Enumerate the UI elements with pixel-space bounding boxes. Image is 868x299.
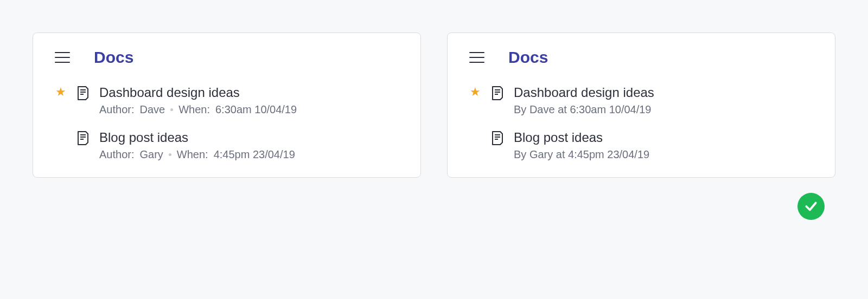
document-icon <box>75 130 91 145</box>
doc-row[interactable]: ★ Dashboard design ideas Author: Dave Wh… <box>55 85 399 116</box>
panel-title: Docs <box>94 48 133 67</box>
document-icon <box>490 85 505 100</box>
when-value: 6:30am 10/04/19 <box>215 103 297 116</box>
when-label: When: <box>177 148 208 161</box>
when-value: 4:45pm 23/04/19 <box>214 148 295 161</box>
doc-title: Dashboard design ideas <box>514 85 813 100</box>
docs-panel-concise: Docs ★ Dashboard design ideas By Dave at… <box>447 32 835 178</box>
separator-dot <box>170 108 173 111</box>
docs-panel-verbose: Docs ★ Dashboard design ideas Author: Da… <box>33 32 421 178</box>
doc-meta: By Gary at 4:45pm 23/04/19 <box>514 148 813 161</box>
panel-header: Docs <box>55 48 399 67</box>
doc-meta: By Dave at 6:30am 10/04/19 <box>514 103 813 116</box>
doc-row[interactable]: Blog post ideas By Gary at 4:45pm 23/04/… <box>469 130 813 161</box>
panel-title: Docs <box>508 48 548 67</box>
doc-title: Dashboard design ideas <box>99 85 399 100</box>
doc-title: Blog post ideas <box>99 130 399 145</box>
author-value: Dave <box>139 103 165 116</box>
doc-title: Blog post ideas <box>514 130 813 145</box>
panel-header: Docs <box>469 48 813 67</box>
menu-icon[interactable] <box>469 52 484 63</box>
doc-row[interactable]: Blog post ideas Author: Gary When: 4:45p… <box>55 130 399 161</box>
doc-meta: Author: Gary When: 4:45pm 23/04/19 <box>99 148 399 161</box>
star-icon[interactable]: ★ <box>55 86 66 98</box>
star-icon[interactable]: ★ <box>470 86 481 98</box>
menu-icon[interactable] <box>55 52 70 63</box>
document-icon <box>490 130 505 145</box>
when-label: When: <box>178 103 210 116</box>
author-value: Gary <box>139 148 163 161</box>
check-badge-icon <box>797 193 825 220</box>
author-label: Author: <box>99 148 134 161</box>
doc-meta-text: By Dave at 6:30am 10/04/19 <box>514 103 652 116</box>
document-icon <box>75 85 91 100</box>
doc-meta: Author: Dave When: 6:30am 10/04/19 <box>99 103 399 116</box>
doc-meta-text: By Gary at 4:45pm 23/04/19 <box>514 148 649 161</box>
author-label: Author: <box>99 103 134 116</box>
separator-dot <box>169 153 171 156</box>
doc-row[interactable]: ★ Dashboard design ideas By Dave at 6:30… <box>469 85 813 116</box>
